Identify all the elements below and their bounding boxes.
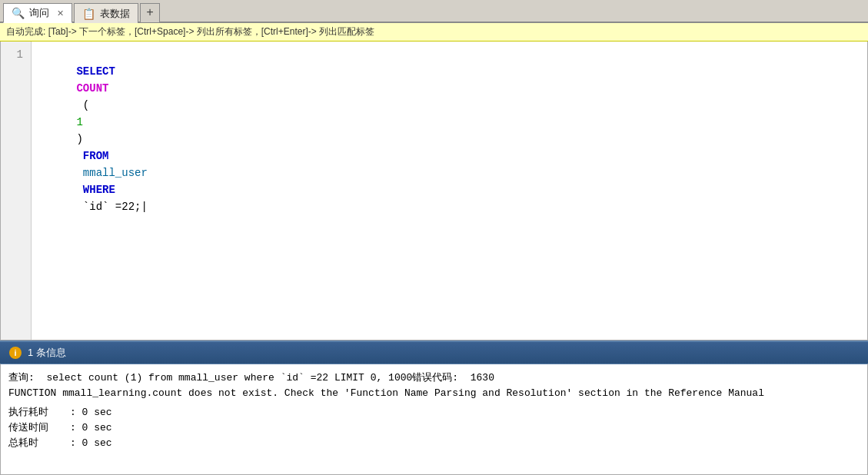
sql-select: SELECT bbox=[76, 65, 115, 78]
info-icon: i bbox=[9, 347, 22, 359]
timing-total-value: : 0 sec bbox=[70, 436, 131, 451]
sql-from: FROM bbox=[76, 150, 108, 162]
bottom-panel-header: i 1 条信息 bbox=[0, 342, 868, 364]
table-tab-icon: 📋 bbox=[82, 8, 95, 20]
app-container: 🔍 询问 ✕ 📋 表数据 + 自动完成: [Tab]-> 下一个标签，[Ctrl… bbox=[0, 0, 868, 475]
sql-table: mmall_user bbox=[76, 167, 147, 179]
error-message: FUNCTION mmall_learning.count does not e… bbox=[8, 387, 860, 399]
tab-query[interactable]: 🔍 询问 ✕ bbox=[3, 3, 72, 23]
query-tab-label: 询问 bbox=[29, 6, 49, 20]
hint-text: 自动完成: [Tab]-> 下一个标签，[Ctrl+Space]-> 列出所有标… bbox=[6, 26, 374, 37]
tab-add-button[interactable]: + bbox=[140, 3, 160, 23]
error-label-span: 错误代码: bbox=[412, 372, 458, 384]
query-tab-icon: 🔍 bbox=[12, 7, 25, 19]
line-number-1: 1 bbox=[4, 46, 28, 63]
query-tab-close[interactable]: ✕ bbox=[57, 8, 64, 18]
timing-transfer-value: : 0 sec bbox=[70, 420, 131, 436]
timing-execute-label: 执行耗时 bbox=[8, 405, 70, 420]
query-line: 查询: select count (1) from mmall_user whe… bbox=[8, 370, 860, 384]
sql-number: 1 bbox=[76, 116, 82, 128]
editor-container[interactable]: 1 SELECT COUNT ( 1 ) FROM mmall_user WHE… bbox=[0, 42, 868, 340]
timing-row-transfer: 传送时间 : 0 sec bbox=[8, 420, 860, 436]
sql-count: COUNT bbox=[76, 82, 108, 95]
timing-execute-value: : 0 sec bbox=[70, 405, 131, 420]
table-tab-label: 表数据 bbox=[100, 7, 130, 21]
sql-where: WHERE bbox=[76, 184, 115, 196]
timing-total-label: 总耗时 bbox=[8, 436, 70, 451]
tab-bar: 🔍 询问 ✕ 📋 表数据 + bbox=[0, 0, 868, 23]
sql-condition: `id` =22; bbox=[76, 201, 147, 213]
bottom-panel: i 1 条信息 查询: select count (1) from mmall_… bbox=[0, 340, 868, 475]
sql-paren-open: ( bbox=[76, 99, 89, 111]
bottom-panel-title: 1 条信息 bbox=[28, 346, 66, 360]
editor-content[interactable]: SELECT COUNT ( 1 ) FROM mmall_user WHERE… bbox=[32, 42, 867, 340]
query-label-span: 查询: bbox=[8, 372, 35, 384]
timing-row-total: 总耗时 : 0 sec bbox=[8, 436, 860, 451]
hint-bar: 自动完成: [Tab]-> 下一个标签，[Ctrl+Space]-> 列出所有标… bbox=[0, 23, 868, 42]
line-numbers: 1 bbox=[1, 42, 32, 340]
tab-table-data[interactable]: 📋 表数据 bbox=[74, 3, 138, 23]
error-code-span: 1630 bbox=[471, 372, 494, 384]
sql-paren-close: ) bbox=[76, 133, 82, 145]
tab-add-icon: + bbox=[146, 6, 154, 20]
timing-row-execute: 执行耗时 : 0 sec bbox=[8, 405, 860, 420]
bottom-panel-content: 查询: select count (1) from mmall_user whe… bbox=[0, 364, 868, 475]
timing-section: 执行耗时 : 0 sec 传送时间 : 0 sec 总耗时 : 0 sec bbox=[8, 405, 860, 451]
query-sql-span: select count (1) from mmall_user where `… bbox=[46, 372, 412, 384]
timing-transfer-label: 传送时间 bbox=[8, 420, 70, 436]
